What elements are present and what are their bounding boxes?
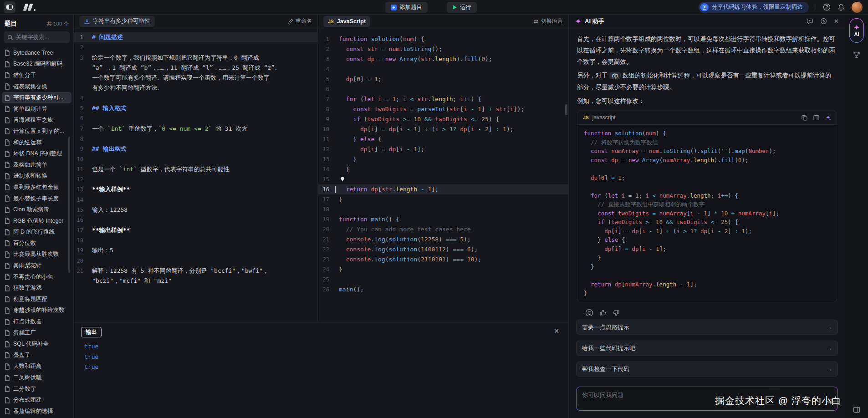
thumbs-up-button[interactable] [599, 309, 607, 316]
code-line[interactable]: 19function main() { [318, 214, 568, 224]
language-tab[interactable]: JS JavaScript [323, 16, 370, 27]
code-line[interactable]: 15 [318, 174, 568, 184]
code-line[interactable]: 11 } else { [318, 134, 568, 144]
help-button[interactable] [823, 3, 831, 11]
sidebar-item[interactable]: 阿 D 的飞行路线 [0, 227, 73, 238]
problem-count: 共 100 个 [46, 20, 69, 27]
code-line[interactable]: 10 dp[i] = dp[i - 1] + (i > 1? dp[i - 2]… [318, 124, 568, 134]
sidebar-item[interactable]: 大数和距离 [0, 361, 73, 372]
problem-tab[interactable]: 字符串有多少种可能性 [79, 16, 155, 27]
sidebar-item[interactable]: 穿越沙漠的补给次数 [0, 305, 73, 316]
sidebar-item[interactable]: 猫鱼分干 [0, 70, 73, 81]
thumbs-down-button[interactable] [613, 309, 620, 316]
code-line[interactable]: 2 const str = num.toString(); [318, 44, 568, 54]
sidebar-scrollbar[interactable] [68, 137, 70, 273]
close-ai-panel-icon[interactable]: ✕ [834, 18, 839, 25]
marscode-logo[interactable] [22, 4, 36, 11]
code-line[interactable]: 24} [318, 265, 568, 275]
add-problem-button[interactable]: 添加题目 [385, 2, 428, 13]
code-line[interactable]: 26main(); [318, 285, 568, 295]
sidebar-item[interactable]: 环状 DNA 序列整理 [0, 148, 73, 159]
ai-assistant-toggle[interactable]: AI [849, 18, 864, 43]
sidebar-item[interactable]: 计算位置 x 到 y 的... [0, 126, 73, 137]
promo-banner[interactable]: 分享代码练习体验，领限量定制周边 [699, 2, 809, 13]
sidebar-item[interactable]: 百分位数 [0, 238, 73, 249]
output-close-icon[interactable]: ✕ [554, 327, 559, 335]
sidebar-toggle-button[interactable] [4, 1, 15, 13]
sidebar-item[interactable]: 比赛最高获胜次数 [0, 249, 73, 260]
code-line[interactable]: 25 [318, 275, 568, 285]
sidebar-item[interactable]: 分布式团建 [0, 394, 73, 406]
code-line[interactable]: 9 if (twoDigits >= 10 && twoDigits <= 25… [318, 114, 568, 124]
ai-response-actions [577, 307, 837, 316]
code-line[interactable]: 3 const dp = new Array(str.length).fill(… [318, 54, 568, 64]
sidebar-item[interactable]: 青海湖租车之旅 [0, 115, 73, 126]
sidebar-item[interactable]: 链表聚集交换 [0, 81, 73, 92]
download-icon [84, 19, 90, 24]
sidebar-item[interactable]: 创意标题匹配 [0, 294, 73, 305]
sidebar-item[interactable]: 进制求和转换 [0, 171, 73, 182]
rename-button[interactable]: 重命名 [288, 17, 312, 25]
collapse-panel-button[interactable] [853, 406, 860, 413]
code-line[interactable]: 6 [318, 84, 568, 94]
sidebar-item[interactable]: Cion 勒索病毒 [0, 204, 73, 215]
switch-language-button[interactable]: ⇄ 切换语言 [534, 17, 563, 25]
sidebar-item[interactable]: 不再贪心的小包 [0, 271, 73, 283]
sidebar-item[interactable]: 番茄编辑的选择 [0, 406, 73, 417]
magic-apply-button[interactable] [825, 115, 831, 121]
add-icon [391, 5, 397, 10]
search-input[interactable]: 关键字搜索... [4, 31, 70, 43]
sidebar-item[interactable]: 叠盘子 [0, 350, 73, 361]
run-button[interactable]: 运行 [447, 2, 477, 13]
play-icon [452, 5, 457, 10]
regenerate-button[interactable] [585, 309, 593, 316]
code-line[interactable]: 20 // You can add more test cases here [318, 224, 568, 234]
history-button[interactable] [820, 18, 827, 25]
sidebar-item[interactable]: Base32 编码和解码 [0, 59, 73, 70]
sidebar-item[interactable]: SQL 代码补全 [0, 338, 73, 350]
code-line[interactable]: 7 for (let i = 1; i < str.length; i++) { [318, 94, 568, 104]
code-line[interactable]: 17} [318, 194, 568, 204]
achievements-button[interactable] [853, 51, 861, 59]
sidebar-item[interactable]: 字符串有多少种可... [2, 92, 71, 103]
output-tab[interactable]: 输出 [81, 327, 102, 337]
ai-code-content[interactable]: function solution(num) { // 将数字转换为数字数组 c… [577, 125, 837, 302]
insert-code-button[interactable] [813, 115, 819, 121]
sidebar-item[interactable]: 二叉树供暖 [0, 372, 73, 383]
code-line[interactable]: 16 return dp[str.length - 1]; [318, 184, 568, 194]
user-avatar[interactable] [852, 2, 863, 13]
new-chat-button[interactable] [807, 18, 813, 25]
sidebar-item[interactable]: 简单四则计算 [0, 103, 73, 115]
sidebar-item[interactable]: RGB 色值转 Integer [0, 215, 73, 227]
sidebar-item[interactable]: 打点计数器 [0, 316, 73, 327]
copy-code-button[interactable] [802, 115, 807, 121]
code-line[interactable]: 22 console.log(solution(1400112) === 6); [318, 245, 568, 255]
code-line[interactable]: 4 [318, 64, 568, 74]
ai-suggestion-button[interactable]: 帮我检查一下代码→ [576, 362, 838, 377]
sidebar-item[interactable]: 和的逆运算 [0, 137, 73, 148]
problem-description-content[interactable]: 1# 问题描述23给定一个数字，我们按照如下规则把它翻译为字符串：0 翻译成“a… [74, 28, 317, 322]
ai-code-line [584, 164, 830, 173]
sidebar-item[interactable]: 蛋糕工厂 [0, 327, 73, 339]
code-line[interactable]: 1function solution(num) { [318, 34, 568, 44]
code-line[interactable]: 14 } [318, 164, 568, 174]
code-line[interactable]: 18 [318, 204, 568, 214]
code-line[interactable]: 23 console.log(solution(2110101) === 10)… [318, 255, 568, 265]
code-line[interactable]: 8 const twoDigits = parseInt(str[i - 1] … [318, 104, 568, 114]
editor-scrollbar[interactable] [565, 104, 567, 115]
ai-suggestion-button[interactable]: 给我一些代码提示吧→ [576, 341, 838, 356]
notifications-button[interactable] [837, 4, 845, 11]
sidebar-item[interactable]: Bytedance Tree [0, 47, 73, 59]
code-line[interactable]: 12 dp[i] = dp[i - 1]; [318, 144, 568, 154]
sidebar-item[interactable]: 二分数字 [0, 383, 73, 395]
code-line[interactable]: 13 } [318, 154, 568, 164]
sidebar-item[interactable]: 拿到最多红包金额 [0, 182, 73, 193]
sidebar-item[interactable]: 猜数字游戏 [0, 282, 73, 294]
code-line[interactable]: 5 dp[0] = 1; [318, 74, 568, 84]
sidebar-item[interactable]: 暴雨梨花针 [0, 260, 73, 271]
code-line[interactable]: 21 console.log(solution(12258) === 5); [318, 234, 568, 245]
code-editor-content[interactable]: 1function solution(num) {2 const str = n… [318, 28, 568, 322]
sidebar-item[interactable]: 及格如此简单 [0, 159, 73, 171]
sidebar-item[interactable]: 最小替换子串长度 [0, 193, 73, 204]
ai-suggestion-button[interactable]: 需要一点思路提示→ [576, 320, 838, 335]
